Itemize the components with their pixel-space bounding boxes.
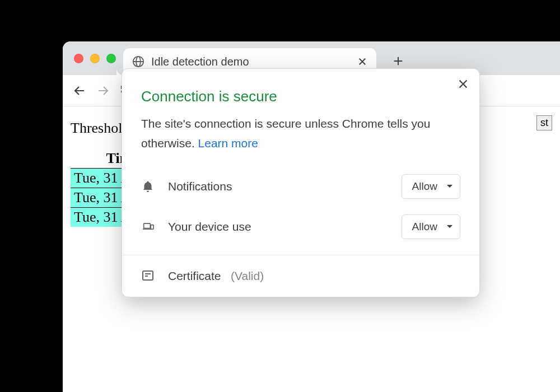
chevron-down-icon xyxy=(446,225,453,229)
popover-description: The site's connection is secure unless C… xyxy=(122,114,479,166)
truncated-button[interactable]: st xyxy=(536,115,552,130)
back-button[interactable] xyxy=(73,84,86,97)
devices-icon xyxy=(141,220,156,234)
popover-title: Connection is secure xyxy=(122,69,479,114)
certificate-row[interactable]: Certificate (Valid) xyxy=(122,255,479,297)
bell-icon xyxy=(141,179,156,194)
chevron-down-icon xyxy=(446,184,453,189)
close-popover-icon[interactable] xyxy=(457,78,469,90)
certificate-icon xyxy=(141,269,156,283)
certificate-status: (Valid) xyxy=(231,269,264,282)
new-tab-button[interactable] xyxy=(392,55,404,67)
site-info-popover: Connection is secure The site's connecti… xyxy=(122,68,480,297)
forward-button[interactable] xyxy=(96,84,110,97)
svg-rect-3 xyxy=(151,225,153,230)
close-tab-icon[interactable] xyxy=(357,57,367,67)
permission-label: Your device use xyxy=(168,220,389,234)
learn-more-link[interactable]: Learn more xyxy=(198,137,258,150)
close-window-button[interactable] xyxy=(74,54,83,63)
window-controls xyxy=(74,54,116,63)
notifications-select[interactable]: Allow xyxy=(402,174,460,199)
svg-rect-2 xyxy=(144,223,151,228)
minimize-window-button[interactable] xyxy=(90,54,100,63)
certificate-text: Certificate (Valid) xyxy=(168,269,264,283)
permission-row-device-use: Your device use Allow xyxy=(122,207,479,247)
tab-title: Idle detection demo xyxy=(151,55,351,68)
fullscreen-window-button[interactable] xyxy=(106,54,116,63)
device-use-select[interactable]: Allow xyxy=(402,214,460,239)
globe-icon xyxy=(132,55,144,68)
permission-row-notifications: Notifications Allow xyxy=(122,166,479,207)
permission-label: Notifications xyxy=(168,180,389,193)
